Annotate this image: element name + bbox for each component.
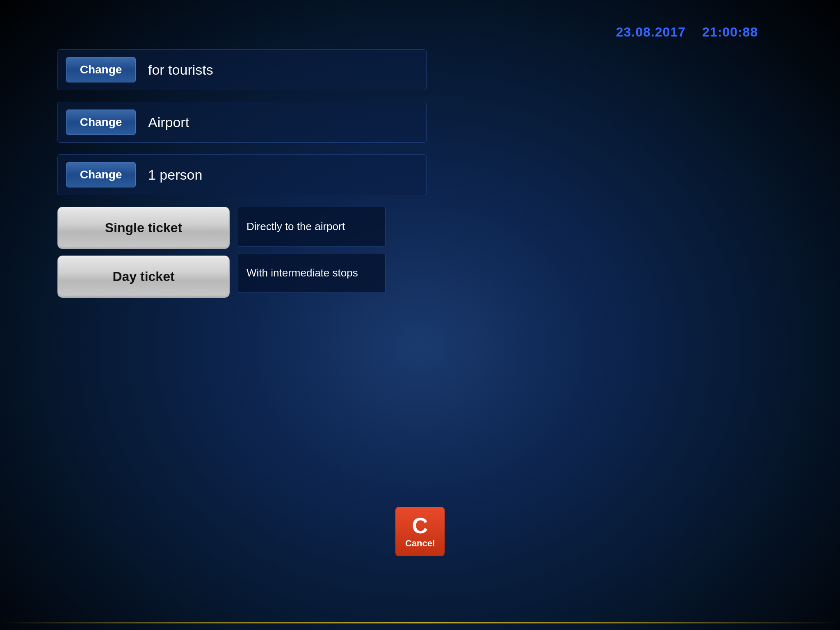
datetime-display: 23.08.2017 21:00:88 bbox=[616, 25, 758, 40]
time-display: 21:00:88 bbox=[702, 25, 758, 40]
direct-airport-button[interactable]: Directly to the airport bbox=[238, 207, 386, 247]
date-display: 23.08.2017 bbox=[616, 25, 686, 40]
cancel-button[interactable]: C Cancel bbox=[395, 507, 445, 556]
persons-row: Change 1 person bbox=[57, 154, 427, 195]
ticket-section: Single ticket Day ticket Directly to the… bbox=[57, 207, 427, 298]
change-persons-button[interactable]: Change bbox=[66, 162, 136, 187]
persons-value: 1 person bbox=[148, 167, 202, 183]
destination-row: Change Airport bbox=[57, 102, 427, 143]
category-row: Change for tourists bbox=[57, 49, 427, 90]
change-destination-button[interactable]: Change bbox=[66, 110, 136, 135]
single-ticket-button[interactable]: Single ticket bbox=[57, 207, 230, 249]
cancel-label: Cancel bbox=[405, 538, 435, 549]
change-category-button[interactable]: Change bbox=[66, 57, 136, 82]
route-options-column: Directly to the airport With intermediat… bbox=[238, 207, 386, 298]
day-ticket-button[interactable]: Day ticket bbox=[57, 256, 230, 298]
cancel-letter: C bbox=[412, 514, 428, 536]
destination-value: Airport bbox=[148, 114, 189, 130]
main-content: Change for tourists Change Airport Chang… bbox=[57, 49, 427, 298]
category-value: for tourists bbox=[148, 62, 213, 78]
bottom-decorative-line bbox=[0, 622, 840, 623]
intermediate-stops-button[interactable]: With intermediate stops bbox=[238, 253, 386, 293]
ticket-types-column: Single ticket Day ticket bbox=[57, 207, 230, 298]
